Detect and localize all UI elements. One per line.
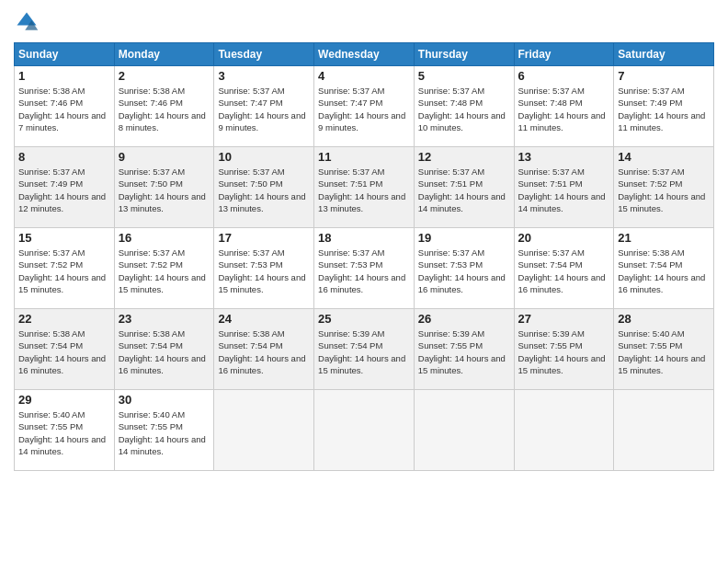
day-info: Sunrise: 5:38 AMSunset: 7:54 PMDaylight:… — [218, 327, 310, 376]
calendar-cell: 9Sunrise: 5:37 AMSunset: 7:50 PMDaylight… — [114, 147, 214, 228]
calendar-cell: 15Sunrise: 5:37 AMSunset: 7:52 PMDayligh… — [15, 228, 115, 309]
page: SundayMondayTuesdayWednesdayThursdayFrid… — [0, 0, 728, 563]
day-info: Sunrise: 5:38 AMSunset: 7:54 PMDaylight:… — [18, 327, 110, 376]
general-blue-logo-icon — [14, 9, 40, 35]
day-number: 7 — [618, 69, 710, 83]
calendar-cell: 13Sunrise: 5:37 AMSunset: 7:51 PMDayligh… — [514, 147, 614, 228]
day-info: Sunrise: 5:39 AMSunset: 7:55 PMDaylight:… — [518, 327, 610, 376]
day-number: 26 — [418, 312, 510, 326]
calendar-cell: 3Sunrise: 5:37 AMSunset: 7:47 PMDaylight… — [214, 66, 314, 147]
calendar-cell: 12Sunrise: 5:37 AMSunset: 7:51 PMDayligh… — [414, 147, 514, 228]
day-info: Sunrise: 5:37 AMSunset: 7:48 PMDaylight:… — [418, 85, 510, 133]
calendar-cell: 17Sunrise: 5:37 AMSunset: 7:53 PMDayligh… — [214, 228, 314, 309]
day-info: Sunrise: 5:37 AMSunset: 7:54 PMDaylight:… — [518, 247, 610, 295]
calendar-week-row: 8Sunrise: 5:37 AMSunset: 7:49 PMDaylight… — [15, 147, 714, 228]
day-number: 25 — [318, 312, 410, 326]
calendar-cell: 10Sunrise: 5:37 AMSunset: 7:50 PMDayligh… — [214, 147, 314, 228]
logo — [14, 9, 43, 35]
day-info: Sunrise: 5:37 AMSunset: 7:51 PMDaylight:… — [418, 166, 510, 214]
calendar-cell: 18Sunrise: 5:37 AMSunset: 7:53 PMDayligh… — [314, 228, 415, 309]
day-number: 1 — [18, 69, 110, 83]
day-info: Sunrise: 5:37 AMSunset: 7:47 PMDaylight:… — [318, 85, 410, 133]
weekday-header-thursday: Thursday — [414, 43, 514, 66]
weekday-header-tuesday: Tuesday — [214, 43, 314, 66]
calendar-cell — [614, 390, 714, 471]
calendar-cell — [214, 390, 314, 471]
day-info: Sunrise: 5:37 AMSunset: 7:52 PMDaylight:… — [119, 247, 210, 295]
calendar-cell: 5Sunrise: 5:37 AMSunset: 7:48 PMDaylight… — [414, 66, 514, 147]
calendar-week-row: 1Sunrise: 5:38 AMSunset: 7:46 PMDaylight… — [15, 66, 714, 147]
calendar-cell: 24Sunrise: 5:38 AMSunset: 7:54 PMDayligh… — [214, 309, 314, 390]
calendar-cell: 30Sunrise: 5:40 AMSunset: 7:55 PMDayligh… — [114, 390, 214, 471]
day-info: Sunrise: 5:37 AMSunset: 7:53 PMDaylight:… — [418, 247, 510, 295]
day-info: Sunrise: 5:39 AMSunset: 7:54 PMDaylight:… — [318, 327, 410, 376]
calendar-cell: 4Sunrise: 5:37 AMSunset: 7:47 PMDaylight… — [314, 66, 415, 147]
day-number: 13 — [518, 150, 610, 164]
day-number: 10 — [218, 150, 310, 164]
calendar-cell: 2Sunrise: 5:38 AMSunset: 7:46 PMDaylight… — [114, 66, 214, 147]
calendar-header-row: SundayMondayTuesdayWednesdayThursdayFrid… — [15, 43, 714, 66]
calendar-cell: 14Sunrise: 5:37 AMSunset: 7:52 PMDayligh… — [614, 147, 714, 228]
calendar-cell: 26Sunrise: 5:39 AMSunset: 7:55 PMDayligh… — [414, 309, 514, 390]
calendar-cell: 27Sunrise: 5:39 AMSunset: 7:55 PMDayligh… — [514, 309, 614, 390]
day-number: 28 — [618, 312, 710, 326]
calendar-cell: 11Sunrise: 5:37 AMSunset: 7:51 PMDayligh… — [314, 147, 415, 228]
calendar-cell: 23Sunrise: 5:38 AMSunset: 7:54 PMDayligh… — [114, 309, 214, 390]
day-info: Sunrise: 5:38 AMSunset: 7:54 PMDaylight:… — [618, 247, 710, 295]
day-number: 27 — [518, 312, 610, 326]
day-number: 29 — [18, 393, 110, 407]
calendar-table: SundayMondayTuesdayWednesdayThursdayFrid… — [14, 42, 714, 471]
calendar-cell: 6Sunrise: 5:37 AMSunset: 7:48 PMDaylight… — [514, 66, 614, 147]
calendar-cell: 21Sunrise: 5:38 AMSunset: 7:54 PMDayligh… — [614, 228, 714, 309]
day-info: Sunrise: 5:37 AMSunset: 7:51 PMDaylight:… — [518, 166, 610, 214]
calendar-cell: 8Sunrise: 5:37 AMSunset: 7:49 PMDaylight… — [15, 147, 115, 228]
day-info: Sunrise: 5:37 AMSunset: 7:47 PMDaylight:… — [218, 85, 310, 133]
weekday-header-friday: Friday — [514, 43, 614, 66]
calendar-cell: 1Sunrise: 5:38 AMSunset: 7:46 PMDaylight… — [15, 66, 115, 147]
day-number: 14 — [618, 150, 710, 164]
day-number: 2 — [119, 69, 210, 83]
day-number: 21 — [618, 231, 710, 245]
calendar-cell — [514, 390, 614, 471]
day-number: 22 — [18, 312, 110, 326]
day-info: Sunrise: 5:37 AMSunset: 7:49 PMDaylight:… — [618, 85, 710, 133]
day-info: Sunrise: 5:37 AMSunset: 7:52 PMDaylight:… — [18, 247, 110, 295]
day-number: 24 — [218, 312, 310, 326]
day-number: 5 — [418, 69, 510, 83]
day-info: Sunrise: 5:37 AMSunset: 7:53 PMDaylight:… — [318, 247, 410, 295]
calendar-cell: 25Sunrise: 5:39 AMSunset: 7:54 PMDayligh… — [314, 309, 415, 390]
calendar-week-row: 15Sunrise: 5:37 AMSunset: 7:52 PMDayligh… — [15, 228, 714, 309]
day-number: 23 — [119, 312, 210, 326]
day-number: 30 — [119, 393, 210, 407]
calendar-week-row: 22Sunrise: 5:38 AMSunset: 7:54 PMDayligh… — [15, 309, 714, 390]
day-info: Sunrise: 5:38 AMSunset: 7:46 PMDaylight:… — [18, 85, 110, 133]
day-info: Sunrise: 5:39 AMSunset: 7:55 PMDaylight:… — [418, 327, 510, 376]
calendar-cell: 19Sunrise: 5:37 AMSunset: 7:53 PMDayligh… — [414, 228, 514, 309]
calendar-cell: 7Sunrise: 5:37 AMSunset: 7:49 PMDaylight… — [614, 66, 714, 147]
day-number: 18 — [318, 231, 410, 245]
day-number: 19 — [418, 231, 510, 245]
calendar-cell: 16Sunrise: 5:37 AMSunset: 7:52 PMDayligh… — [114, 228, 214, 309]
weekday-header-wednesday: Wednesday — [314, 43, 415, 66]
day-info: Sunrise: 5:37 AMSunset: 7:48 PMDaylight:… — [518, 85, 610, 133]
day-number: 17 — [218, 231, 310, 245]
day-number: 16 — [119, 231, 210, 245]
day-number: 4 — [318, 69, 410, 83]
day-number: 15 — [18, 231, 110, 245]
calendar-cell — [414, 390, 514, 471]
day-info: Sunrise: 5:37 AMSunset: 7:52 PMDaylight:… — [618, 166, 710, 214]
day-info: Sunrise: 5:37 AMSunset: 7:50 PMDaylight:… — [119, 166, 210, 214]
calendar-cell: 29Sunrise: 5:40 AMSunset: 7:55 PMDayligh… — [15, 390, 115, 471]
header — [14, 9, 714, 35]
day-info: Sunrise: 5:40 AMSunset: 7:55 PMDaylight:… — [119, 408, 210, 457]
day-info: Sunrise: 5:38 AMSunset: 7:46 PMDaylight:… — [119, 85, 210, 133]
day-info: Sunrise: 5:37 AMSunset: 7:50 PMDaylight:… — [218, 166, 310, 214]
day-number: 6 — [518, 69, 610, 83]
calendar-week-row: 29Sunrise: 5:40 AMSunset: 7:55 PMDayligh… — [15, 390, 714, 471]
day-info: Sunrise: 5:40 AMSunset: 7:55 PMDaylight:… — [18, 408, 110, 457]
day-info: Sunrise: 5:38 AMSunset: 7:54 PMDaylight:… — [119, 327, 210, 376]
weekday-header-sunday: Sunday — [15, 43, 115, 66]
day-number: 11 — [318, 150, 410, 164]
weekday-header-monday: Monday — [114, 43, 214, 66]
day-info: Sunrise: 5:37 AMSunset: 7:51 PMDaylight:… — [318, 166, 410, 214]
